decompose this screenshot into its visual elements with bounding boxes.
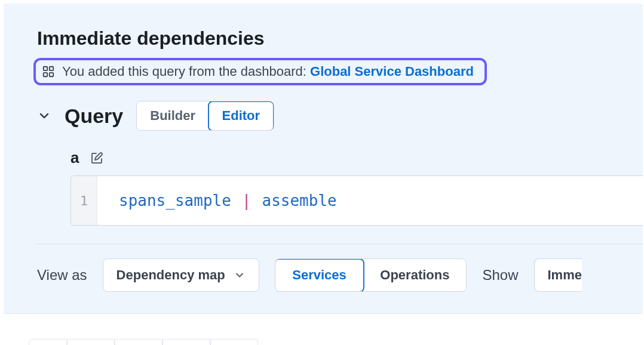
- query-header-row: Query Builder Editor: [37, 101, 643, 131]
- query-editor[interactable]: 1 spans_sample | assemble: [70, 175, 643, 226]
- svg-rect-1: [50, 67, 53, 70]
- view-as-dropdown[interactable]: Dependency map: [103, 258, 259, 292]
- show-value: Imme: [548, 267, 582, 283]
- svg-rect-3: [50, 73, 53, 76]
- code-line[interactable]: spans_sample | assemble: [97, 176, 643, 225]
- view-as-label: View as: [37, 267, 87, 284]
- query-heading: Query: [65, 104, 123, 128]
- dashboard-origin-banner: You added this query from the dashboard:…: [33, 58, 487, 85]
- tab-stub[interactable]: [162, 339, 210, 345]
- token-keyword: spans_sample: [119, 192, 231, 210]
- editor-tab[interactable]: Editor: [208, 101, 274, 131]
- view-as-value: Dependency map: [116, 267, 225, 283]
- banner-text: You added this query from the dashboard:…: [62, 64, 474, 79]
- view-controls-row: View as Dependency map Services Operatio…: [37, 258, 643, 292]
- builder-tab[interactable]: Builder: [137, 101, 208, 130]
- entity-toggle: Services Operations: [275, 258, 467, 292]
- services-tab[interactable]: Services: [275, 258, 364, 292]
- bottom-tabs-stub: [29, 339, 644, 345]
- panel-title: Immediate dependencies: [37, 27, 643, 50]
- dashboard-link[interactable]: Global Service Dashboard: [310, 64, 474, 79]
- svg-rect-2: [44, 73, 47, 76]
- show-label: Show: [482, 267, 518, 284]
- edit-query-name-button[interactable]: [90, 151, 104, 165]
- chevron-down-icon: [37, 109, 51, 123]
- tab-stub[interactable]: [115, 339, 162, 345]
- dependencies-panel: Immediate dependencies You added this qu…: [4, 4, 643, 314]
- chevron-down-icon: [234, 269, 246, 281]
- dashboard-icon: [42, 65, 55, 78]
- query-name: a: [70, 149, 79, 167]
- show-dropdown[interactable]: Imme: [534, 258, 582, 292]
- divider: [37, 244, 643, 244]
- banner-prefix: You added this query from the dashboard:: [62, 64, 310, 79]
- token-function: assemble: [262, 192, 337, 210]
- line-number-gutter: 1: [71, 176, 97, 225]
- operations-tab[interactable]: Operations: [363, 259, 466, 291]
- token-pipe: |: [242, 192, 252, 210]
- svg-rect-0: [44, 67, 47, 70]
- tab-stub[interactable]: [210, 339, 258, 345]
- pencil-icon: [90, 151, 104, 165]
- query-mode-toggle: Builder Editor: [136, 101, 274, 131]
- tab-stub[interactable]: [67, 339, 115, 345]
- query-name-row: a: [70, 149, 643, 167]
- collapse-toggle[interactable]: [37, 109, 51, 123]
- tab-stub[interactable]: [29, 339, 67, 345]
